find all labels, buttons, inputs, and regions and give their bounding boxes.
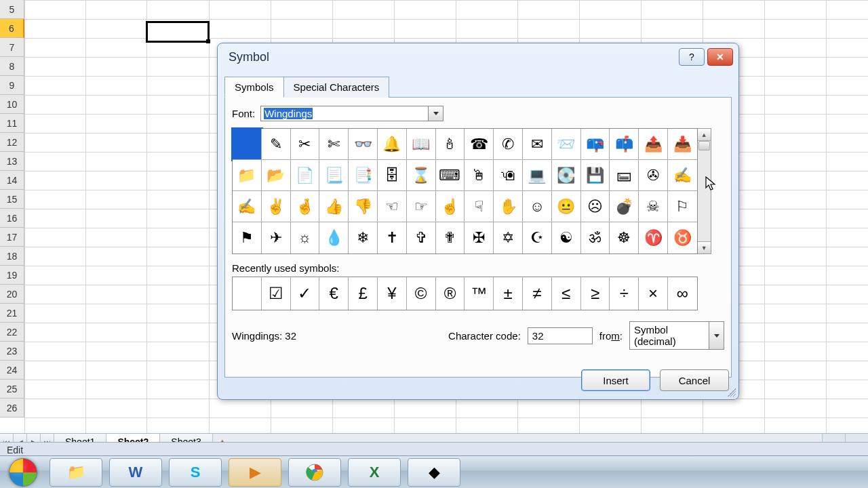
thumbs-down-icon[interactable]: 👎 bbox=[349, 191, 378, 222]
checkmark-icon[interactable]: ✓ bbox=[291, 277, 320, 310]
row-header-23[interactable]: 23 bbox=[0, 342, 24, 361]
taurus-icon[interactable]: ♉ bbox=[668, 222, 697, 253]
close-button[interactable]: ✕ bbox=[707, 48, 733, 66]
om-icon[interactable]: ॐ bbox=[581, 222, 610, 253]
row-header-19[interactable]: 19 bbox=[0, 266, 24, 285]
tape-icon[interactable]: ✇ bbox=[639, 160, 668, 191]
document-icon[interactable]: 📄 bbox=[291, 160, 320, 191]
point-left-icon[interactable]: ☜ bbox=[378, 191, 407, 222]
taskbar-word[interactable]: W bbox=[109, 458, 162, 487]
cross-maltese-icon[interactable]: ✠ bbox=[465, 222, 494, 253]
scissors-icon[interactable]: ✂ bbox=[291, 129, 320, 160]
divide-icon[interactable]: ÷ bbox=[610, 277, 639, 310]
plus-minus-icon[interactable]: ± bbox=[494, 277, 523, 310]
start-button[interactable] bbox=[0, 456, 46, 489]
character-code-input[interactable] bbox=[528, 327, 593, 344]
file-cabinet-icon[interactable]: 🗄 bbox=[378, 160, 407, 191]
checkbox-checked-icon[interactable]: ☑ bbox=[262, 277, 291, 310]
not-equal-icon[interactable]: ≠ bbox=[523, 277, 552, 310]
lte-icon[interactable]: ≤ bbox=[552, 277, 581, 310]
dialog-titlebar[interactable]: Symbol ? ✕ bbox=[218, 43, 738, 70]
envelope-stamped-icon[interactable]: 📨 bbox=[552, 129, 581, 160]
floppy-icon[interactable]: 💾 bbox=[581, 160, 610, 191]
snowflake-icon[interactable]: ❄ bbox=[349, 222, 378, 253]
write-icon[interactable]: ✍ bbox=[668, 160, 697, 191]
yin-yang-icon[interactable]: ☯ bbox=[552, 222, 581, 253]
folder-icon[interactable]: 📁 bbox=[233, 160, 262, 191]
symbol-scrollbar[interactable]: ▲ ▼ bbox=[698, 128, 711, 254]
tab-symbols[interactable]: Symbols bbox=[224, 77, 284, 98]
book-icon[interactable]: 📖 bbox=[407, 129, 436, 160]
row-header-10[interactable]: 10 bbox=[0, 95, 24, 114]
smile-icon[interactable]: ☺ bbox=[523, 191, 552, 222]
row-header-18[interactable]: 18 bbox=[0, 247, 24, 266]
infinity-icon[interactable]: ∞ bbox=[668, 277, 697, 310]
candle-icon[interactable]: 🕯 bbox=[436, 129, 465, 160]
taskbar-media[interactable]: ▶ bbox=[229, 458, 281, 487]
star-david-icon[interactable]: ✡ bbox=[494, 222, 523, 253]
point-right-icon[interactable]: ☞ bbox=[407, 191, 436, 222]
row-header-6[interactable]: 6 bbox=[0, 19, 24, 38]
hard-disk-icon[interactable]: 💽 bbox=[552, 160, 581, 191]
row-header-12[interactable]: 12 bbox=[0, 133, 24, 152]
scroll-up-button[interactable]: ▲ bbox=[698, 129, 711, 141]
row-header-14[interactable]: 14 bbox=[0, 171, 24, 190]
row-header-13[interactable]: 13 bbox=[0, 152, 24, 171]
cross-outline-icon[interactable]: ✞ bbox=[407, 222, 436, 253]
yen-icon[interactable]: ¥ bbox=[378, 277, 407, 310]
mouse-icon[interactable]: 🖱 bbox=[465, 160, 494, 191]
row-header-15[interactable]: 15 bbox=[0, 190, 24, 209]
scissors-cut-icon[interactable]: ✄ bbox=[319, 129, 349, 160]
row-header-17[interactable]: 17 bbox=[0, 228, 24, 247]
row-header-21[interactable]: 21 bbox=[0, 304, 24, 323]
taskbar-excel[interactable]: X bbox=[348, 458, 401, 487]
phone-receiver-icon[interactable]: ✆ bbox=[494, 129, 523, 160]
mail-send-icon[interactable]: 📤 bbox=[639, 129, 668, 160]
font-combobox[interactable]: Wingdings bbox=[260, 106, 443, 121]
scroll-down-button[interactable]: ▼ bbox=[698, 241, 711, 253]
row-header-20[interactable]: 20 bbox=[0, 285, 24, 304]
row-header-26[interactable]: 26 bbox=[0, 399, 24, 418]
frown-icon[interactable]: ☹ bbox=[581, 191, 610, 222]
bomb-icon[interactable]: 💣 bbox=[610, 191, 639, 222]
fingers-crossed-icon[interactable]: 🤞 bbox=[291, 191, 320, 222]
glasses-icon[interactable]: 👓 bbox=[349, 129, 378, 160]
taskbar-explorer[interactable]: 📁 bbox=[50, 458, 102, 487]
mail-tray-icon[interactable]: 📥 bbox=[668, 129, 697, 160]
cross-celtic-icon[interactable]: ✟ bbox=[436, 222, 465, 253]
floppy-b-icon[interactable]: 🖴 bbox=[610, 160, 639, 191]
row-header-9[interactable]: 9 bbox=[0, 76, 24, 95]
point-down-icon[interactable]: ☟ bbox=[465, 191, 494, 222]
row-header-22[interactable]: 22 bbox=[0, 323, 24, 342]
pound-icon[interactable]: £ bbox=[349, 277, 378, 310]
registered-icon[interactable]: ® bbox=[436, 277, 465, 310]
hourglass-icon[interactable]: ⌛ bbox=[407, 160, 436, 191]
skull-icon[interactable]: ☠ bbox=[639, 191, 668, 222]
tab-special-characters[interactable]: Special Characters bbox=[283, 77, 390, 98]
cross-latin-icon[interactable]: ✝ bbox=[378, 222, 407, 253]
scroll-track[interactable] bbox=[698, 141, 711, 241]
resize-grip[interactable] bbox=[728, 388, 736, 396]
scroll-thumb[interactable] bbox=[698, 141, 710, 150]
from-dropdown-button[interactable] bbox=[709, 321, 724, 350]
mailbox-closed-icon[interactable]: 📪 bbox=[581, 129, 610, 160]
trademark-icon[interactable]: ™ bbox=[465, 277, 494, 310]
taskbar-chrome[interactable] bbox=[288, 458, 341, 487]
active-cell-selection[interactable] bbox=[146, 21, 210, 43]
airplane-icon[interactable]: ✈ bbox=[262, 222, 291, 253]
cancel-button[interactable]: Cancel bbox=[660, 369, 729, 391]
dharma-wheel-icon[interactable]: ☸ bbox=[610, 222, 639, 253]
computer-icon[interactable]: 💻 bbox=[523, 160, 552, 191]
neutral-face-icon[interactable]: 😐 bbox=[552, 191, 581, 222]
write-hand-icon[interactable]: ✍ bbox=[233, 191, 262, 222]
symbol-blank[interactable] bbox=[233, 129, 262, 160]
telephone-icon[interactable]: ☎ bbox=[465, 129, 494, 160]
point-up-icon[interactable]: ☝ bbox=[436, 191, 465, 222]
sunburst-icon[interactable]: ☼ bbox=[291, 222, 320, 253]
folder-open-icon[interactable]: 📂 bbox=[262, 160, 291, 191]
row-header-11[interactable]: 11 bbox=[0, 114, 24, 133]
crescent-icon[interactable]: ☪ bbox=[523, 222, 552, 253]
pennant-icon[interactable]: ⚑ bbox=[233, 222, 262, 253]
droplet-icon[interactable]: 💧 bbox=[319, 222, 349, 253]
row-header-5[interactable]: 5 bbox=[0, 0, 24, 19]
